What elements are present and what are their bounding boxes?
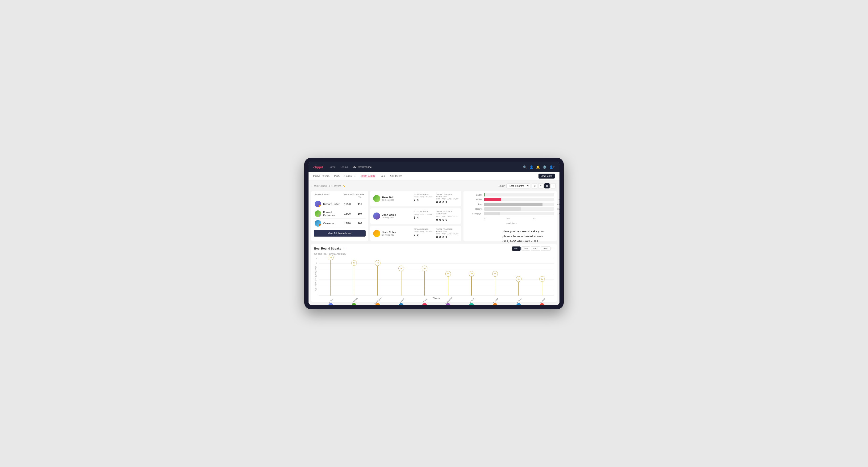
stat-rounds-1: Total Rounds Tournament Practice 7 6 (414, 193, 432, 204)
chart-wrapper: Best Streak, Fairway Accuracy 7 6 5 4 3 … (314, 258, 554, 299)
bar-label-eagles: Eagles (468, 194, 483, 196)
player-card-2-stats: Total Rounds Tournament Practice 8 4 (414, 211, 458, 221)
player3-score: 17/20 (342, 222, 353, 225)
settings-icon[interactable]: ⚙️ (543, 165, 547, 169)
streaks-panel: Best Round Streaks ← OTT APP ARG PUTT → … (311, 244, 557, 302)
streak-line-7 (495, 274, 495, 295)
player3-avg: 103 (355, 222, 365, 225)
filter-app[interactable]: APP (522, 247, 530, 251)
player-card-1-date: 02 Sep 2023 (382, 199, 394, 201)
person-icon[interactable]: 👤 (530, 165, 533, 169)
grid-view-btn[interactable]: ⊞ (532, 183, 537, 188)
filter-arg[interactable]: ARG (531, 247, 540, 251)
streak-bubble-6: 4x (469, 271, 474, 277)
streak-bubble-0: 7x (328, 255, 334, 260)
player-avatar-chart-7 (493, 303, 497, 305)
app-logo: clippd (313, 165, 323, 169)
export-btn[interactable]: ↑ (551, 183, 556, 188)
player-card-1-name: Rees Britt (382, 196, 394, 199)
subnav-pgat[interactable]: PGAT Players (313, 175, 330, 178)
nav-links: Home Teams My Performance (329, 165, 517, 168)
team-name: Team Clippd | 14 Players (312, 184, 341, 187)
bar-birdies: Birdies 96 (468, 198, 554, 201)
player-card-3-stats: Total Rounds Tournament Practice 7 2 (414, 228, 458, 239)
col-avg-header: PB AVG SQ (355, 193, 365, 198)
nav-teams[interactable]: Teams (340, 165, 348, 168)
player-cards-section: Rees Britt 02 Sep 2023 Total Rounds Tour… (370, 191, 461, 241)
streaks-header: Best Round Streaks ← OTT APP ARG PUTT → (314, 247, 554, 251)
streak-line-0 (331, 258, 331, 295)
player-card-3: Josh Coles 26 Aug 2023 Total Rounds Tour… (370, 226, 461, 241)
subnav-all-players[interactable]: All Players (390, 175, 402, 178)
user-menu[interactable]: 👤▾ (549, 165, 555, 169)
rounds-practice-1: 6 (417, 198, 418, 202)
rounds-label-1: Total Rounds (414, 193, 432, 195)
nav-home[interactable]: Home (329, 165, 335, 168)
streaks-title: Best Round Streaks (314, 247, 341, 250)
player-card-1-stats: Total Rounds Tournament Practice 7 6 (414, 193, 458, 204)
lb-row-3[interactable]: 3 Cameron... 17/20 103 (314, 219, 366, 228)
nav-bar: clippd Home Teams My Performance 🔍 👤 🔔 ⚙… (309, 162, 559, 172)
edit-icon[interactable]: ✏️ (342, 185, 345, 187)
subnav-tour[interactable]: Tour (380, 175, 385, 178)
search-icon[interactable]: 🔍 (523, 165, 527, 169)
player-card-3-avatar (373, 230, 380, 237)
player-card-1-avatar (373, 195, 380, 202)
nav-right: 🔍 👤 🔔 ⚙️ 👤▾ (523, 165, 555, 169)
subnav-team-clippd[interactable]: Team Clippd (361, 174, 375, 178)
player-card-3-date: 26 Aug 2023 (382, 234, 396, 236)
streak-bubble-7: 4x (492, 271, 498, 277)
player-avatar-chart-6 (469, 303, 474, 305)
show-label: Show (499, 185, 504, 187)
nav-my-performance[interactable]: My Performance (352, 165, 372, 168)
stat-practice-1: Total Practice Activities OTT APP ARG PU… (436, 193, 458, 204)
team-header: Team Clippd | 14 Players ✏️ Show Last 3 … (311, 183, 557, 188)
list-view-btn[interactable]: ≡ (538, 183, 544, 188)
streak-bubble-9: 3x (539, 276, 545, 282)
leaderboard-panel: PLAYER NAME PB SCORE PB AVG SQ 1 Richard… (311, 191, 368, 241)
player-card-3-name: Josh Coles (382, 231, 396, 234)
player2-avatar: 2 (315, 210, 321, 217)
subnav-hcaps[interactable]: Hcaps 1-5 (344, 175, 356, 178)
bar-label-pars: Pars (468, 203, 483, 206)
player-card-2: Josh Coles 26 Aug 2023 Total Rounds Tour… (370, 208, 461, 224)
bar-chart-inner: Eagles 3 Birdies (466, 193, 554, 224)
player3-name: Cameron... (323, 222, 340, 225)
streak-bubble-4: 5x (422, 266, 427, 271)
chart-area-container: 7 6 5 4 3 2 1 0 (319, 258, 554, 299)
player-card-2-date: 26 Aug 2023 (382, 216, 396, 219)
player2-name: Edward Crossman (323, 211, 340, 217)
view-leaderboard-button[interactable]: View Full Leaderboard (314, 230, 366, 237)
player-avatar-chart-0 (328, 303, 333, 305)
arrow-right-icon: → (552, 247, 554, 251)
bar-chart-axis: 0 200 400 (484, 218, 554, 220)
subnav-pga[interactable]: PGA (334, 175, 340, 178)
bell-icon[interactable]: 🔔 (536, 165, 540, 169)
bar-bogeys: Bogeys 311 (468, 207, 554, 211)
player2-avg: 107 (355, 212, 365, 215)
period-select[interactable]: Last 3 months (506, 184, 530, 188)
arrow-icon: ← (343, 247, 345, 250)
lb-header: PLAYER NAME PB SCORE PB AVG SQ (314, 193, 366, 198)
streak-line-6 (471, 274, 472, 295)
player-card-1: Rees Britt 02 Sep 2023 Total Rounds Tour… (370, 191, 461, 206)
add-team-button[interactable]: Add Team (538, 174, 555, 179)
player1-name: Richard Butler (323, 203, 340, 206)
filter-ott[interactable]: OTT (512, 247, 521, 251)
lb-row-2[interactable]: 2 Edward Crossman 18/20 107 (314, 209, 366, 219)
player-avatar-chart-1 (352, 303, 356, 305)
lb-row-1[interactable]: 1 Richard Butler 19/20 110 (314, 199, 366, 209)
player2-rank-badge: 2 (319, 214, 321, 217)
filter-putt[interactable]: PUTT (541, 247, 551, 251)
player1-score: 19/20 (342, 203, 353, 206)
player-card-2-name: Josh Coles (382, 214, 396, 216)
streaks-chart: 7xE. Ebert6xB. McHerg6xD. Billingham5xJ.… (319, 258, 554, 296)
bar-label-dbogeys: D. Bogeys + (468, 213, 483, 215)
table-view-btn[interactable]: ▦ (545, 183, 550, 188)
bar-eagles: Eagles 3 (468, 193, 554, 196)
y-axis-ticks: 7 6 5 4 3 2 1 0 (316, 258, 317, 290)
bar-pars: Pars 499 (468, 203, 554, 206)
streak-bubble-5: 4x (445, 271, 451, 277)
player3-rank-badge: 3 (319, 224, 321, 227)
rounds-tournament-1: 7 (414, 198, 415, 202)
